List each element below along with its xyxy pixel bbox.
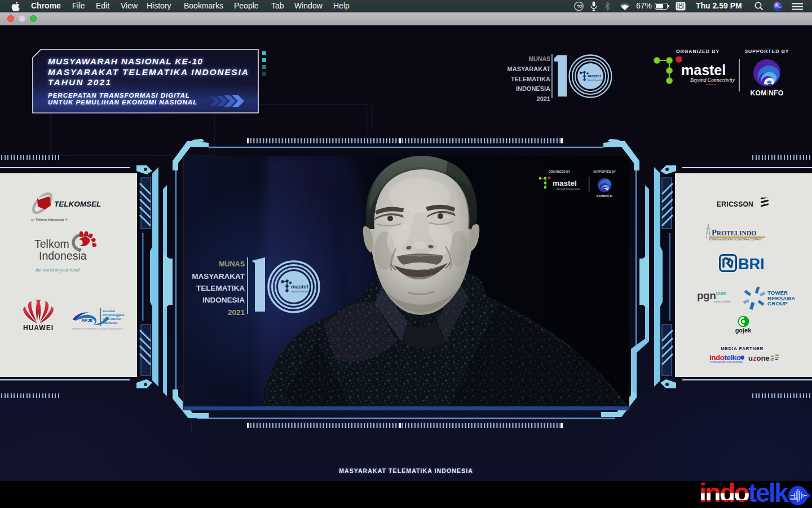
svg-text:mastel: mastel (588, 73, 601, 78)
svg-text:ORGANIZED BY: ORGANIZED BY (549, 170, 571, 173)
svg-text:MUNAS: MUNAS (219, 260, 245, 268)
svg-text:.com: .com (789, 497, 797, 501)
svg-text:Beyond Connectivity: Beyond Connectivity (690, 77, 735, 83)
svg-text:KOMINFO: KOMINFO (597, 194, 613, 198)
svg-text:mastel: mastel (291, 283, 308, 290)
svg-text:TELKOMSEL: TELKOMSEL (54, 200, 101, 208)
svg-text:Jasa Internet: Jasa Internet (103, 317, 121, 321)
svg-text:Asosiasi: Asosiasi (103, 309, 116, 313)
svg-text:APJII: APJII (81, 318, 92, 323)
svg-text:MASYARAKAT: MASYARAKAT (192, 272, 245, 281)
svg-text:SUPPORTED BY: SUPPORTED BY (593, 170, 616, 173)
svg-text:TELEMATIKA: TELEMATIKA (196, 284, 245, 292)
svg-text:the world in your hand: the world in your hand (36, 267, 80, 273)
svg-text:HUAWEI: HUAWEI (23, 324, 54, 331)
svg-text:MEMBER OF INTERNET SOCIETY ASI: MEMBER OF INTERNET SOCIETY ASIA PACIFIC (72, 327, 123, 330)
svg-text:mastel: mastel (553, 179, 577, 187)
svg-text:Penyelenggara: Penyelenggara (103, 313, 125, 317)
svg-text:mastel: mastel (681, 62, 726, 78)
svg-text:Indonesia: Indonesia (103, 321, 117, 325)
svg-text:Beyond Connectivity: Beyond Connectivity (557, 187, 580, 190)
svg-text:BRI: BRI (738, 256, 765, 273)
svg-text:Beyond Connectivity: Beyond Connectivity (291, 290, 310, 293)
svg-text:Beyond Connectivity: Beyond Connectivity (588, 79, 603, 81)
svg-text:Indonesia: Indonesia (39, 249, 87, 262)
svg-text:Telkom: Telkom (34, 238, 69, 250)
svg-text:INDONESIA: INDONESIA (202, 296, 245, 304)
svg-text:2021: 2021 (228, 308, 245, 317)
